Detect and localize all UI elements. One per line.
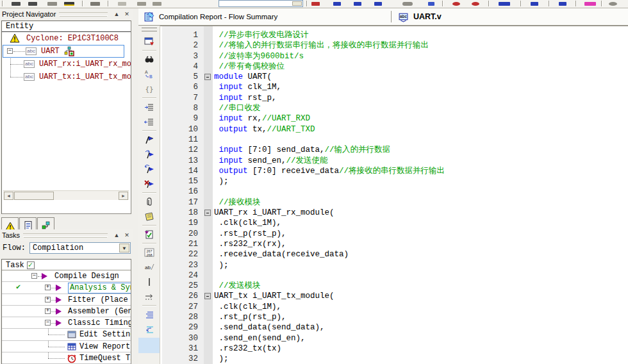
code-line[interactable] [214,186,628,197]
code-line[interactable]: .clk(clk_1M), [214,218,628,228]
code-line[interactable]: input rst_p, [214,93,628,103]
bookmark-prev-button[interactable] [142,162,157,176]
entity-row[interactable]: abc UART_tx:i_UART_tx_mo [2,70,131,83]
bookmark-next-button[interactable] [142,147,157,161]
close-icon[interactable]: ✕ [122,231,131,240]
tree-line [48,352,49,358]
entity-column-header[interactable]: Entity [2,21,131,32]
code-line[interactable] [214,135,628,145]
close-icon[interactable]: ✕ [122,10,131,19]
scroll-left-icon[interactable]: ◄ [4,192,13,200]
horizontal-scrollbar[interactable]: ◄ ► [3,190,129,200]
toolbar-combobox[interactable] [219,0,303,7]
code-line[interactable]: //将输入的并行数据串行输出，将接收的串行数据并行输出 [214,40,628,51]
document-tab[interactable]: abc UART.v [393,8,448,25]
code-line[interactable]: output [7:0] receive_data//将接收的串行数据并行输出 [214,166,628,176]
code-line[interactable]: .rs232_tx(tx) [214,343,628,354]
replace-button[interactable]: AB [142,67,157,81]
task-header-checkbox-icon[interactable]: ✓ [27,261,35,269]
task-column-header[interactable]: Task ✓ [2,260,131,270]
code-line[interactable]: .rst_p(rst_p), [214,229,628,239]
code-line[interactable]: input clk_1M, [214,82,628,92]
tree-expander-plus[interactable]: + [45,308,51,314]
code-line[interactable]: .send_en(send_en), [214,333,628,343]
tree-expander-minus[interactable]: − [45,320,51,326]
fold-margin[interactable] [204,26,213,364]
panel-grip[interactable] [59,12,108,16]
task-row[interactable]: + Assembler (Genera [2,306,131,317]
code-line[interactable]: ); [214,176,628,186]
code-line[interactable]: UART_rx i_UART_rx_module( [214,208,628,218]
code-line[interactable]: UART_tx i_UART_tx_module( [214,291,628,301]
code-line[interactable]: input [7:0] send_data,//输入的并行数据 [214,145,628,155]
combobox-dropdown-button[interactable] [292,1,302,6]
cursor-bar-button[interactable] [142,275,157,289]
code-line[interactable]: //波特率为9600bit/s [214,51,628,62]
code-line[interactable]: //带有奇偶校验位 [214,62,628,72]
task-list[interactable]: Task ✓ − Compile Design✔+ Analysis & Syn… [1,259,131,364]
collapse-button[interactable]: ▲ [112,10,121,19]
code-text-area[interactable]: //异步串行收发电路设计 //将输入的并行数据串行输出，将接收的串行数据并行输出… [214,26,628,364]
flow-select[interactable]: Compilation ▼ [29,242,131,254]
tab-marker-button[interactable] [142,290,157,304]
code-editor[interactable]: 1234567891011121314151617181920212223242… [160,26,628,364]
document-tab[interactable]: Compilation Report - Flow Summary [138,8,390,25]
task-row[interactable]: − Classic Timing An [2,317,131,329]
code-line[interactable]: //串口收发 [214,103,628,113]
entity-row[interactable]: abc UART_rx:i_UART_rx_mo [2,58,131,70]
code-line[interactable]: .send_data(send_data), [214,322,628,333]
code-line[interactable]: .rst_p(rst_p), [214,312,628,322]
panel-grip[interactable] [23,233,108,237]
task-row[interactable]: + Fitter (Place & R [2,294,131,306]
code-line[interactable]: .rs232_rx(rx), [214,239,628,249]
fold-collapse-icon[interactable] [204,293,211,299]
tree-expander-minus[interactable]: − [31,273,37,279]
indent-less-button[interactable] [142,115,157,129]
scroll-right-icon[interactable]: ► [119,192,128,200]
task-row[interactable]: − Compile Design [2,270,131,282]
code-line[interactable]: input rx,//UART_RXD [214,113,628,124]
task-row[interactable]: ✔+ Analysis & Synthe [2,282,131,294]
code-line[interactable]: //发送模块 [214,281,628,291]
code-line[interactable]: //接收模块 [214,197,628,208]
bookmark-clear-button[interactable] [142,177,157,191]
code-line[interactable] [214,270,628,281]
braces-button[interactable]: {} [142,82,157,96]
line-number: 20 [162,229,198,239]
entity-row[interactable]: − abc UART [2,45,131,58]
fold-collapse-icon[interactable] [204,210,211,216]
code-line[interactable]: module UART( [214,72,628,82]
entity-row[interactable]: Cyclone: EP1C3T100C8 [2,32,131,45]
code-line[interactable]: ); [214,354,628,364]
tcl-script-button[interactable] [142,210,157,224]
task-row[interactable]: TimeQuest Tim [2,352,131,364]
code-line[interactable]: ); [214,260,628,270]
tree-expander-plus[interactable]: + [45,285,51,290]
code-line[interactable]: .clk(clk_1M), [214,302,628,312]
tree-expander-plus[interactable]: + [45,297,51,302]
undo-indent-button[interactable] [142,322,157,336]
bookmark-toggle-button[interactable] [142,133,157,147]
toolbar-handle[interactable] [142,28,157,32]
paperclip-button[interactable] [142,195,157,209]
scrollbar-thumb[interactable] [14,192,54,200]
entity-tree[interactable]: Entity Cyclone: EP1C3T100C8− abc UART ab… [1,21,131,214]
split-window-button[interactable] [142,35,157,49]
code-line[interactable]: output tx,//UART_TXD [214,124,628,135]
tree-expander-minus[interactable]: − [7,48,13,54]
task-row[interactable]: Edit Settings [2,329,131,340]
task-row[interactable]: View Report [2,341,131,352]
find-button[interactable] [142,53,157,67]
chevron-down-icon[interactable]: ▼ [119,244,129,252]
fold-collapse-icon[interactable] [204,74,211,80]
syntax-check-button[interactable] [142,228,157,242]
main-toolbar-clipped[interactable] [0,0,628,8]
spell-check-button[interactable]: ab [142,260,157,274]
code-line[interactable]: input send_en,//发送使能 [214,156,628,166]
collapse-button[interactable]: ▲ [112,231,121,240]
align-lines-button[interactable] [142,308,157,322]
code-line[interactable]: .receive_data(receive_data) [214,249,628,260]
line-numbers-button[interactable]: 267268 [142,245,157,260]
indent-more-button[interactable] [142,100,157,114]
code-line[interactable]: //异步串行收发电路设计 [214,30,628,40]
